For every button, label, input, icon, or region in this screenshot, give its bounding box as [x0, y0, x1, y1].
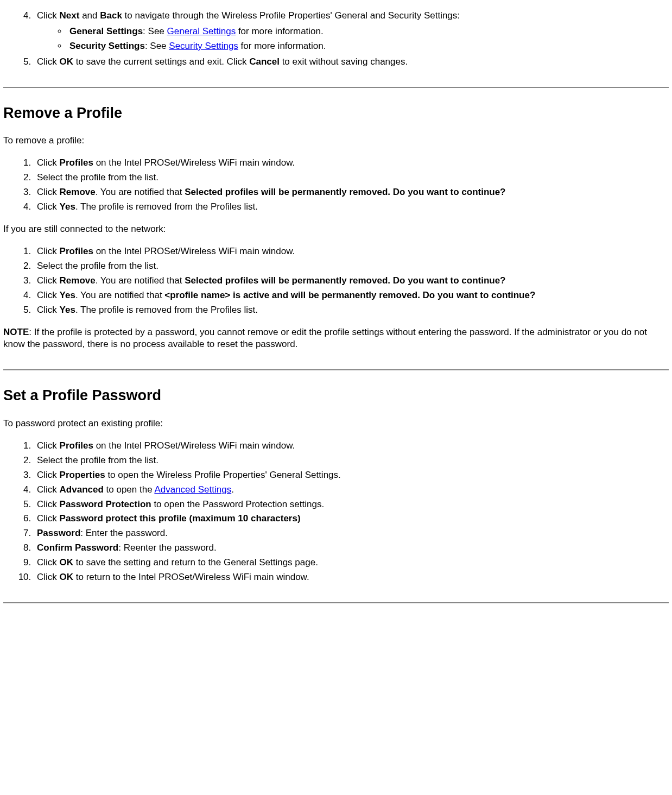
text: to open the — [104, 484, 155, 495]
note-label: NOTE — [3, 327, 29, 337]
text: Click — [37, 246, 60, 256]
text: to exit without saving changes. — [280, 56, 408, 67]
list-item: Click Yes. The profile is removed from t… — [34, 304, 669, 317]
top-steps-list: Click Next and Back to navigate through … — [3, 10, 669, 68]
bold-text: Confirm Password — [37, 542, 118, 553]
text: on the Intel PROSet/Wireless WiFi main w… — [93, 246, 295, 256]
text: Click — [37, 157, 60, 168]
text: to save the setting and return to the Ge… — [73, 557, 318, 567]
bold-text: Yes — [60, 290, 75, 300]
bold-text: Cancel — [249, 56, 280, 67]
text: Click — [37, 572, 60, 582]
bold-text: OK — [60, 572, 74, 582]
text: . You are notified that — [96, 187, 185, 197]
text: Click — [37, 484, 60, 495]
text: to navigate through the Wireless Profile… — [122, 10, 460, 21]
remove-list-a: Click Profiles on the Intel PROSet/Wirel… — [3, 157, 669, 213]
text: Click — [37, 275, 60, 286]
list-item: Click Profiles on the Intel PROSet/Wirel… — [34, 157, 669, 169]
bold-text: Next — [60, 10, 80, 21]
password-steps-list: Click Profiles on the Intel PROSet/Wirel… — [3, 440, 669, 584]
text: Click — [37, 10, 60, 21]
bold-text: Selected profiles will be permanently re… — [185, 187, 505, 197]
bold-text: Properties — [60, 470, 105, 480]
text: : See — [145, 41, 169, 51]
bold-text: Password protect this profile (maximum 1… — [60, 513, 301, 523]
link-advanced-settings[interactable]: Advanced Settings — [154, 484, 231, 495]
list-item: Select the profile from the list. — [34, 455, 669, 467]
bold-text: Password Protection — [60, 499, 151, 509]
text: Click — [37, 440, 60, 451]
remove-list-b: Click Profiles on the Intel PROSet/Wirel… — [3, 245, 669, 317]
bold-text: Profiles — [60, 157, 93, 168]
text: Click — [37, 201, 60, 212]
text: on the Intel PROSet/Wireless WiFi main w… — [93, 440, 295, 451]
list-item: Click Yes. The profile is removed from t… — [34, 201, 669, 213]
note-paragraph: NOTE: If the profile is protected by a p… — [3, 326, 669, 351]
list-item: Click Password protect this profile (max… — [34, 513, 669, 525]
bold-text: Advanced — [60, 484, 104, 495]
heading-remove-profile: Remove a Profile — [3, 103, 669, 123]
bold-text: OK — [60, 56, 74, 67]
bold-text: Selected profiles will be permanently re… — [185, 275, 505, 286]
list-item: Click Password Protection to open the Pa… — [34, 499, 669, 511]
sub-item-general: General Settings: See General Settings f… — [67, 26, 669, 38]
text: Click — [37, 557, 60, 567]
text: : See — [143, 26, 167, 36]
text: Click — [37, 305, 60, 315]
text: to open the Password Protection settings… — [151, 499, 324, 509]
bold-text: General Settings — [69, 26, 143, 36]
document-page: Click Next and Back to navigate through … — [0, 10, 672, 625]
list-item: Click Profiles on the Intel PROSet/Wirel… — [34, 440, 669, 452]
text: . The profile is removed from the Profil… — [75, 305, 258, 315]
divider — [3, 602, 669, 603]
list-item: Click Properties to open the Wireless Pr… — [34, 469, 669, 482]
text: Click — [37, 290, 60, 300]
list-item: Click Profiles on the Intel PROSet/Wirel… — [34, 245, 669, 258]
list-item: Select the profile from the list. — [34, 260, 669, 273]
paragraph: If you are still connected to the networ… — [3, 223, 669, 236]
bold-text: Password — [37, 528, 80, 538]
text: : If the profile is protected by a passw… — [3, 327, 647, 350]
text: Click — [37, 56, 60, 67]
bold-text: Yes — [60, 201, 75, 212]
bold-text: Remove — [60, 275, 96, 286]
text: Click — [37, 470, 60, 480]
list-item: Click Remove. You are notified that Sele… — [34, 186, 669, 199]
text: . You are notified that — [75, 290, 164, 300]
text: on the Intel PROSet/Wireless WiFi main w… — [93, 157, 295, 168]
list-item: Click OK to save the setting and return … — [34, 557, 669, 569]
settings-sublist: General Settings: See General Settings f… — [37, 26, 669, 53]
sub-item-security: Security Settings: See Security Settings… — [67, 40, 669, 53]
text: to save the current settings and exit. C… — [73, 56, 249, 67]
text: : Enter the password. — [80, 528, 168, 538]
text: Click — [37, 513, 60, 523]
text: . — [231, 484, 234, 495]
bold-text: OK — [60, 557, 74, 567]
bold-text: Profiles — [60, 440, 93, 451]
list-item: Select the profile from the list. — [34, 172, 669, 184]
list-item: Click Yes. You are notified that <profil… — [34, 289, 669, 302]
divider — [3, 87, 669, 88]
heading-set-password: Set a Profile Password — [3, 386, 669, 405]
list-item: Click Remove. You are notified that Sele… — [34, 275, 669, 287]
link-security-settings[interactable]: Security Settings — [169, 41, 238, 51]
text: Click — [37, 499, 60, 509]
text: : Reenter the password. — [118, 542, 216, 553]
list-item: Click OK to return to the Intel PROSet/W… — [34, 571, 669, 584]
list-item: Password: Enter the password. — [34, 527, 669, 540]
bold-text: Profiles — [60, 246, 93, 256]
text: Click — [37, 187, 60, 197]
text: for more information. — [238, 41, 326, 51]
text: and — [79, 10, 100, 21]
divider — [3, 369, 669, 370]
bold-text: Security Settings — [69, 41, 145, 51]
text: . The profile is removed from the Profil… — [75, 201, 258, 212]
list-item: Click Advanced to open the Advanced Sett… — [34, 484, 669, 496]
text: for more information. — [236, 26, 324, 36]
list-item: Confirm Password: Reenter the password. — [34, 542, 669, 554]
bold-text: Back — [100, 10, 122, 21]
paragraph: To password protect an existing profile: — [3, 418, 669, 430]
link-general-settings[interactable]: General Settings — [167, 26, 236, 36]
text: . You are notified that — [96, 275, 185, 286]
